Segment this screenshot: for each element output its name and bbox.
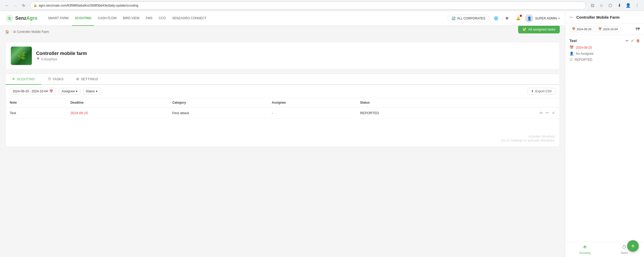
col-category: Category — [168, 98, 267, 107]
avatar: 👤 — [525, 14, 533, 23]
sidebar-task-assignee: No Assignee — [576, 52, 593, 56]
home-icon: 🏠 — [5, 30, 9, 34]
menu-button[interactable]: ⋮ — [633, 2, 641, 9]
sidebar-task-title-text: Test — [569, 39, 577, 43]
back-button[interactable]: ← — [3, 2, 11, 9]
logo[interactable]: S SenzAgro — [5, 14, 37, 23]
nav-links: SMART FARM SCOUTING CASH FLOW BIRD VIEW … — [45, 11, 209, 26]
status-dropdown[interactable]: Status ▾ — [83, 88, 100, 95]
view-icon[interactable]: 👁 — [539, 111, 543, 115]
download-button[interactable]: ⬇ — [616, 2, 623, 9]
cast-button[interactable]: ⊡ — [589, 2, 596, 9]
url-text: agro.senzmate.com/63f9960a6a9ce2699f3bd4… — [39, 4, 138, 7]
table-body: Test 2024-09-25 Pest attack - REPORTED 👁… — [6, 107, 559, 119]
layers-icon: ⧉ — [13, 30, 16, 34]
breadcrumb-home[interactable]: 🏠 — [5, 30, 9, 34]
date-range-button[interactable]: 2024-09-20 - 2024-10-04 📅 — [10, 88, 56, 95]
assignee-chevron-icon: ▾ — [76, 89, 77, 93]
sidebar-content: Test ✏ ✔ 🗑 📅 2024-09-25 👤 No Assignee ☑ — [565, 35, 644, 242]
content-area[interactable]: 🏠 › ⧉ Controller Mobile Farm ✅ All assig… — [0, 26, 565, 257]
nav-scouting[interactable]: SCOUTING — [72, 11, 94, 26]
tabs-bar: 👁 SCOUTING ⏱ TASKS ⚙ SETTINGS — [6, 74, 559, 85]
scouting-tab-icon: 👁 — [583, 245, 587, 250]
sidebar-date-from-button[interactable]: 📅 2024-09-20 — [569, 26, 594, 32]
extension-button[interactable]: ⬡ — [607, 2, 614, 9]
translate-button[interactable]: 🌐 — [492, 14, 500, 23]
task-edit-icon[interactable]: ✏ — [626, 39, 629, 43]
map-button[interactable]: 🗺 — [636, 27, 640, 32]
checkbox-icon: ☑ — [569, 58, 573, 62]
right-sidebar: ← Controller Mobile Farm 📅 2024-09-20 📅 … — [565, 11, 644, 257]
check-circle-icon: ✅ — [522, 27, 527, 31]
assigned-tasks-label: All assigned tasks — [528, 27, 556, 31]
complete-icon[interactable]: ✔ — [552, 110, 555, 115]
person-icon: 👤 — [569, 52, 574, 56]
reload-button[interactable]: ↻ — [20, 2, 27, 9]
upload-icon: ⬆ — [531, 89, 534, 93]
row-actions: 👁 ✏ ✔ — [468, 110, 555, 115]
nav-right: 🔄 ALL CORPORATES 🌐 ⚙ 🔔 👤 SUPER ADMIN ▾ — [448, 14, 560, 23]
calendar-icon: 📅 — [49, 89, 53, 93]
tab-settings[interactable]: ⚙ SETTINGS — [70, 74, 104, 85]
top-nav: S SenzAgro SMART FARM SCOUTING CASH FLOW… — [0, 11, 565, 26]
calendar-meta-icon: 📅 — [569, 46, 574, 49]
edit-icon[interactable]: ✏ — [546, 110, 549, 115]
sidebar-back-button[interactable]: ← — [569, 15, 574, 19]
data-table: Note Deadline Category Assignee Status T… — [6, 98, 559, 119]
settings-button[interactable]: ⚙ — [503, 14, 511, 23]
farm-location: 📍 Kuliyapitiya — [36, 57, 87, 61]
bell-icon: 🔔 — [516, 16, 520, 20]
table-row: Test 2024-09-25 Pest attack - REPORTED 👁… — [6, 107, 559, 119]
activate-watermark: Activate Windows Go to Settings to activ… — [6, 119, 559, 147]
task-check-icon[interactable]: ✔ — [631, 39, 634, 43]
all-assigned-tasks-button[interactable]: ✅ All assigned tasks — [518, 26, 560, 33]
all-corporates-label: ALL CORPORATES — [457, 17, 485, 20]
col-note: Note — [6, 98, 66, 107]
notifications-button[interactable]: 🔔 — [514, 14, 522, 23]
assignee-label: Assignee — [62, 89, 75, 93]
fab-add-button[interactable]: + — [627, 240, 639, 252]
nav-fms[interactable]: FMS — [143, 11, 155, 26]
nav-senzagro-connect[interactable]: SENZAGRO CONNECT — [170, 11, 209, 26]
tasks-tab-icon: ⏱ — [622, 245, 627, 250]
sidebar-meta-assignee-row: 👤 No Assignee — [569, 52, 640, 56]
status-chevron-icon: ▾ — [96, 89, 97, 93]
calendar-from-icon: 📅 — [572, 27, 576, 31]
assignee-dropdown[interactable]: Assignee ▾ — [59, 88, 80, 95]
date-range-label: 2024-09-20 - 2024-10-04 — [13, 89, 48, 93]
chevron-down-icon: ▾ — [558, 17, 560, 20]
sidebar-meta-date-row: 📅 2024-09-25 — [569, 46, 640, 49]
sidebar-task-date: 2024-09-25 — [576, 46, 592, 49]
logo-text: SenzAgro — [15, 16, 37, 21]
task-delete-icon[interactable]: 🗑 — [636, 39, 640, 43]
col-actions — [463, 98, 559, 107]
breadcrumb-farm[interactable]: ⧉ Controller Mobile Farm — [13, 30, 49, 34]
profile-button[interactable]: 👤 — [625, 2, 632, 9]
cell-note: Test — [6, 107, 66, 119]
tab-tasks[interactable]: ⏱ TASKS — [41, 74, 70, 85]
calendar-to-icon: 📅 — [598, 27, 602, 31]
nav-cco[interactable]: CCO — [156, 11, 169, 26]
sidebar-date-to-button[interactable]: 📅 2024-10-04 — [596, 26, 620, 32]
sidebar-date-to: 2024-10-04 — [603, 28, 618, 31]
nav-bird-view[interactable]: BIRD VIEW — [120, 11, 142, 26]
bookmark-button[interactable]: ☆ — [598, 2, 605, 9]
main-wrapper: S SenzAgro SMART FARM SCOUTING CASH FLOW… — [0, 11, 644, 257]
address-bar[interactable]: 🔒 agro.senzmate.com/63f9960a6a9ce2699f3b… — [30, 2, 586, 9]
user-info[interactable]: 👤 SUPER ADMIN ▾ — [525, 14, 560, 23]
svg-text:S: S — [8, 16, 11, 21]
tab-scouting[interactable]: 👁 SCOUTING — [6, 74, 41, 85]
sidebar-title: Controller Mobile Farm — [576, 15, 620, 19]
export-csv-button[interactable]: ⬆ Export CSV — [528, 88, 555, 95]
farm-location-text: Kuliyapitiya — [41, 57, 57, 61]
nav-cash-flow[interactable]: CASH FLOW — [95, 11, 119, 26]
sidebar-tab-scouting[interactable]: 👁 Scouting — [565, 242, 605, 257]
all-corporates-button[interactable]: 🔄 ALL CORPORATES — [448, 15, 489, 22]
nav-smart-farm[interactable]: SMART FARM — [45, 11, 71, 26]
watermark-line2: Go to Settings to activate Windows. — [10, 138, 555, 142]
forward-button[interactable]: → — [12, 2, 19, 9]
tasks-tab-label: Tasks — [621, 251, 628, 254]
browser-nav-buttons: ← → ↻ — [3, 2, 27, 9]
translate-icon: 🌐 — [494, 16, 498, 20]
cell-assignee: - — [267, 107, 356, 119]
